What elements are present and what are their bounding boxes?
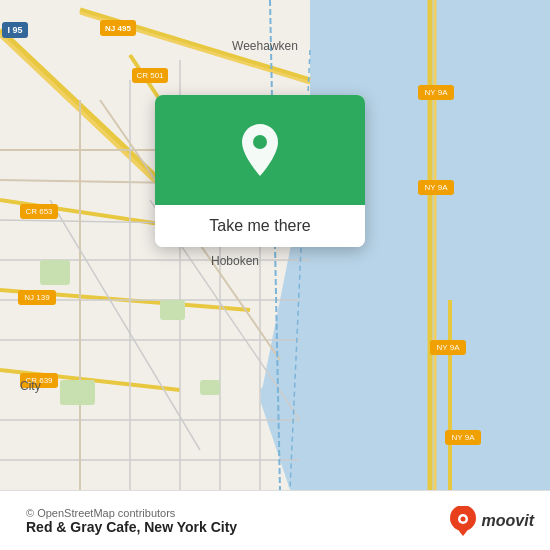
- svg-rect-35: [200, 380, 220, 395]
- popup-green-area: [155, 95, 365, 205]
- svg-text:Hoboken: Hoboken: [211, 254, 259, 268]
- moovit-text: moovit: [482, 512, 534, 530]
- bottom-info: © OpenStreetMap contributors Red & Gray …: [16, 507, 448, 535]
- svg-text:CR 653: CR 653: [25, 207, 53, 216]
- svg-text:Weehawken: Weehawken: [232, 39, 298, 53]
- svg-text:CR 501: CR 501: [136, 71, 164, 80]
- moovit-logo: moovit: [448, 506, 534, 536]
- bottom-bar: © OpenStreetMap contributors Red & Gray …: [0, 490, 550, 550]
- svg-text:I 95: I 95: [7, 25, 22, 35]
- location-pin-icon: [236, 122, 284, 178]
- svg-text:NY 9A: NY 9A: [425, 183, 449, 192]
- attribution-text: © OpenStreetMap contributors: [26, 507, 438, 519]
- svg-point-63: [460, 516, 465, 521]
- svg-rect-36: [60, 380, 95, 405]
- svg-rect-34: [160, 300, 185, 320]
- map-container: I 95 NJ 495 CR 501 NY 9A NY 9A NY 9A NY …: [0, 0, 550, 490]
- popup-card: Take me there: [155, 95, 365, 247]
- svg-text:NJ 495: NJ 495: [105, 24, 131, 33]
- svg-rect-33: [40, 260, 70, 285]
- svg-point-60: [253, 135, 267, 149]
- moovit-brand-icon: [448, 506, 478, 536]
- location-name: Red & Gray Cafe, New York City: [26, 519, 438, 535]
- svg-text:NY 9A: NY 9A: [437, 343, 461, 352]
- svg-text:NJ 139: NJ 139: [24, 293, 50, 302]
- svg-text:NY 9A: NY 9A: [452, 433, 476, 442]
- svg-text:NY 9A: NY 9A: [425, 88, 449, 97]
- svg-text:City: City: [20, 379, 41, 393]
- take-me-there-button[interactable]: Take me there: [155, 205, 365, 247]
